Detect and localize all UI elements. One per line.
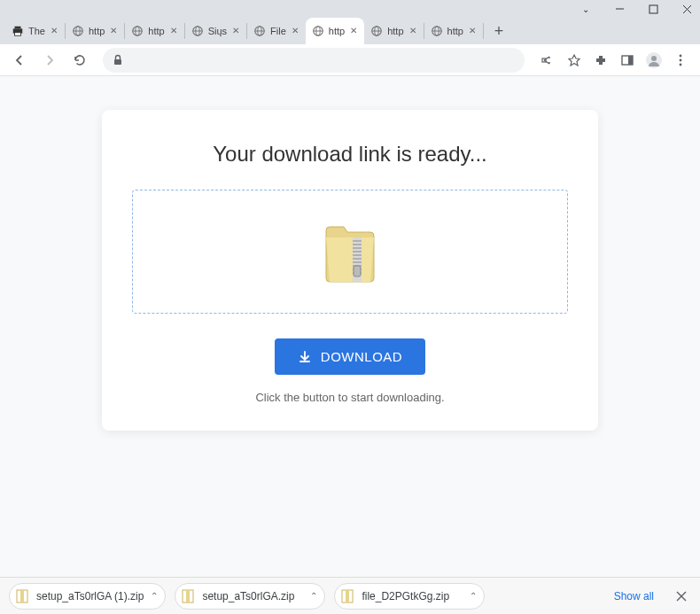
download-icon [298,350,312,364]
close-icon[interactable]: ✕ [169,27,178,35]
tab-label: File [270,26,286,36]
close-icon[interactable]: ✕ [291,27,299,35]
chevron-up-icon[interactable]: ⌃ [310,591,317,601]
file-icon [181,589,195,603]
close-window-button[interactable] [681,3,693,15]
file-icon [15,589,29,603]
share-icon[interactable] [535,48,560,73]
hint-text: Click the button to start downloading. [132,391,568,404]
tab-label: http [387,26,403,36]
forward-button[interactable] [37,48,62,73]
close-icon[interactable]: ✕ [408,27,417,35]
close-icon[interactable]: ✕ [50,27,58,35]
new-tab-button[interactable]: + [487,19,510,43]
downloads-bar: setup_aTs0rlGA (1).zip ⌃ setup_aTs0rlGA.… [0,577,700,614]
tab-4[interactable]: File ✕ [247,18,306,44]
chevron-down-icon[interactable]: ⌄ [579,3,592,15]
svg-point-39 [680,58,682,61]
address-bar[interactable] [103,48,525,73]
lock-icon [112,54,124,66]
tab-7[interactable]: http ✕ [424,18,483,44]
reload-button[interactable] [67,48,92,73]
tab-label: Siųs [208,26,227,36]
chevron-up-icon[interactable]: ⌃ [470,591,477,601]
svg-point-37 [651,56,657,61]
file-preview-zone [132,190,568,314]
globe-icon [72,25,84,37]
tab-label: The [28,26,45,36]
svg-point-40 [680,63,682,66]
close-icon[interactable]: ✕ [468,27,477,35]
page-content: Your download link is ready... [0,76,700,577]
browser-toolbar [0,44,700,76]
chevron-up-icon[interactable]: ⌃ [151,591,158,601]
minimize-button[interactable] [613,3,626,15]
tab-label: http [329,26,345,36]
close-icon[interactable]: ✕ [109,27,118,35]
svg-rect-32 [114,59,121,65]
tab-3[interactable]: Siųs ✕ [185,18,246,44]
window-controls: ⌄ [0,0,700,14]
tab-6[interactable]: http ✕ [364,18,423,44]
tab-0[interactable]: The ✕ [5,18,65,44]
file-icon [340,589,354,603]
extensions-icon[interactable] [588,48,613,73]
close-icon[interactable]: ✕ [231,27,240,35]
svg-rect-35 [628,56,633,65]
maximize-button[interactable] [647,3,659,15]
download-filename: file_D2PGtkGg.zip [362,590,463,602]
svg-rect-52 [354,266,361,276]
download-item[interactable]: setup_aTs0rlGA (1).zip ⌃ [9,583,166,610]
menu-icon[interactable] [668,48,693,73]
profile-icon[interactable] [642,48,666,73]
svg-rect-56 [186,590,190,602]
download-filename: setup_aTs0rlGA (1).zip [36,590,144,602]
svg-rect-54 [20,590,24,602]
tab-label: http [89,26,105,36]
side-panel-icon[interactable] [615,48,640,73]
globe-icon [431,25,443,37]
svg-point-38 [680,54,682,57]
close-icon[interactable]: ✕ [349,27,358,35]
download-filename: setup_aTs0rlGA.zip [202,590,303,602]
close-downloads-bar[interactable] [672,587,691,606]
svg-rect-5 [649,5,657,13]
download-button[interactable]: DOWNLOAD [275,338,425,375]
back-button[interactable] [7,48,32,73]
globe-icon [191,25,204,37]
globe-icon [131,25,144,37]
download-item[interactable]: setup_aTs0rlGA.zip ⌃ [175,583,325,610]
tab-2[interactable]: http ✕ [125,18,183,44]
svg-rect-10 [15,33,21,36]
bookmark-icon[interactable] [562,48,587,73]
show-all-downloads[interactable]: Show all [605,587,663,606]
tab-label: http [148,26,164,36]
tab-label: http [447,26,463,36]
globe-icon [312,25,324,37]
zip-folder-icon [323,218,377,285]
printer-icon [12,25,24,37]
svg-rect-58 [346,590,349,602]
tab-1[interactable]: http ✕ [66,18,124,44]
svg-rect-9 [15,27,21,29]
download-button-label: DOWNLOAD [321,349,402,364]
download-item[interactable]: file_D2PGtkGg.zip ⌃ [334,583,485,610]
tab-5-active[interactable]: http ✕ [306,18,364,44]
globe-icon [253,25,266,37]
page-title: Your download link is ready... [132,142,568,167]
globe-icon [370,25,383,37]
tab-strip: The ✕ http ✕ http ✕ Siųs ✕ File ✕ http ✕… [0,14,700,44]
download-card: Your download link is ready... [102,110,598,431]
